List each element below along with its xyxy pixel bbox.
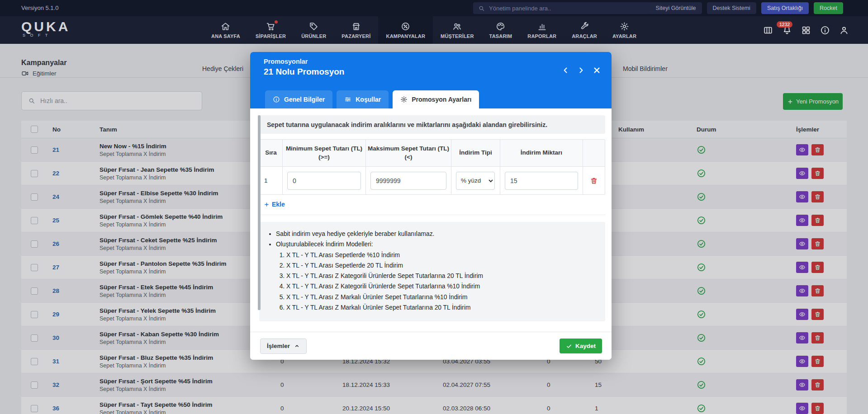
- note-item: Oluşturulabilecek İndirim Modelleri: X T…: [276, 240, 596, 312]
- grid-header-2: Maksimum Sepet Tutarı (TL)(<): [366, 140, 451, 166]
- discount-type-select[interactable]: % yüzd: [456, 172, 495, 190]
- grid-header-5: [583, 140, 605, 166]
- modal-tabs: Genel BilgilerKoşullarPromosyon Ayarları: [265, 90, 479, 108]
- discount-model-item: X TL - Y TL Arası Z Markalı Ürünler Sepe…: [286, 303, 596, 313]
- modal-title: 21 Nolu Promosyon: [264, 67, 601, 77]
- note-item: Sabit indirim veya hediye çekleriyle ber…: [276, 230, 596, 239]
- discount-model-item: X TL - Y TL Arası Z Markalı Ürünler Sepe…: [286, 293, 596, 302]
- modal-header: Promosyonlar 21 Nolu Promosyon Genel Bil…: [250, 52, 612, 108]
- discount-model-item: X TL - Y TL Arası Z Kategorili Ürünlerde…: [286, 272, 596, 281]
- modal-body: Sepet tutarına uygulanacak indirim aralı…: [250, 108, 612, 332]
- save-label: Kaydet: [575, 343, 596, 349]
- sliders-icon: [344, 96, 351, 103]
- min-cart-input[interactable]: [287, 172, 361, 190]
- note-label: Oluşturulabilecek İndirim Modelleri:: [276, 241, 373, 248]
- accent-bar: [258, 115, 261, 310]
- next-promotion-button[interactable]: [577, 66, 585, 75]
- discount-grid: SıraMinimum Sepet Tutarı (TL)(>=)Maksimu…: [259, 139, 605, 195]
- grid-header-4: İndirim Miktarı: [500, 140, 583, 166]
- discount-model-item: X TL - Y TL Arası Sepetlerde 20 TL İndir…: [286, 261, 596, 271]
- save-button[interactable]: Kaydet: [560, 339, 602, 353]
- modal-close-button[interactable]: [592, 66, 602, 75]
- grid-header-3: İndirim Tipi: [451, 140, 500, 166]
- discount-model-item: X TL - Y TL Arası Z Kategorili Ürünlerde…: [286, 282, 596, 292]
- modal-tab-label: Promosyon Ayarları: [412, 96, 471, 103]
- caret-up-icon: [294, 343, 300, 349]
- gear-icon: [400, 96, 408, 103]
- modal-tab-label: Koşullar: [356, 96, 381, 103]
- discount-models-list: X TL - Y TL Arası Sepetlerde %10 İndirim…: [286, 251, 596, 313]
- discount-amount-input[interactable]: [505, 172, 578, 190]
- plus-icon: [264, 202, 270, 207]
- discount-model-item: X TL - Y TL Arası Sepetlerde %10 İndirim: [286, 251, 596, 260]
- info-circle-icon: [273, 96, 280, 103]
- modal-tab-kosullar[interactable]: Koşullar: [337, 90, 389, 108]
- grid-header-0: Sıra: [260, 140, 283, 166]
- modal-tab-genel-bilgiler[interactable]: Genel Bilgiler: [265, 90, 332, 108]
- actions-dropdown-button[interactable]: İşlemler: [260, 339, 307, 354]
- modal-tab-promosyon-ayarlari[interactable]: Promosyon Ayarları: [393, 90, 479, 108]
- max-cart-input[interactable]: [370, 172, 446, 190]
- actions-label: İşlemler: [267, 343, 290, 349]
- row-delete-button[interactable]: [590, 177, 598, 185]
- modal-tab-label: Genel Bilgiler: [284, 96, 325, 103]
- promotion-modal: Promosyonlar 21 Nolu Promosyon Genel Bil…: [250, 52, 612, 360]
- discount-grid-row: 1 % yüzd: [260, 167, 605, 194]
- screen: Versiyon 5.1.0 Siteyi GörüntüleDestek Si…: [0, 0, 868, 414]
- discount-intro-text: Sepet tutarına uygulanacak indirim aralı…: [259, 115, 605, 134]
- add-row-button[interactable]: Ekle: [264, 201, 285, 208]
- grid-header-1: Minimum Sepet Tutarı (TL)(>=): [283, 140, 366, 166]
- modal-kicker: Promosyonlar: [264, 58, 601, 65]
- row-order: 1: [260, 167, 283, 194]
- check-icon: [566, 343, 572, 349]
- add-row-label: Ekle: [272, 201, 285, 208]
- divider: [259, 215, 605, 215]
- notes-box: Sabit indirim veya hediye çekleriyle ber…: [259, 222, 605, 321]
- modal-footer: İşlemler Kaydet: [250, 332, 612, 360]
- modal-nav: [561, 66, 602, 75]
- prev-promotion-button[interactable]: [561, 66, 570, 75]
- pgrid-head: SıraMinimum Sepet Tutarı (TL)(>=)Maksimu…: [260, 140, 605, 167]
